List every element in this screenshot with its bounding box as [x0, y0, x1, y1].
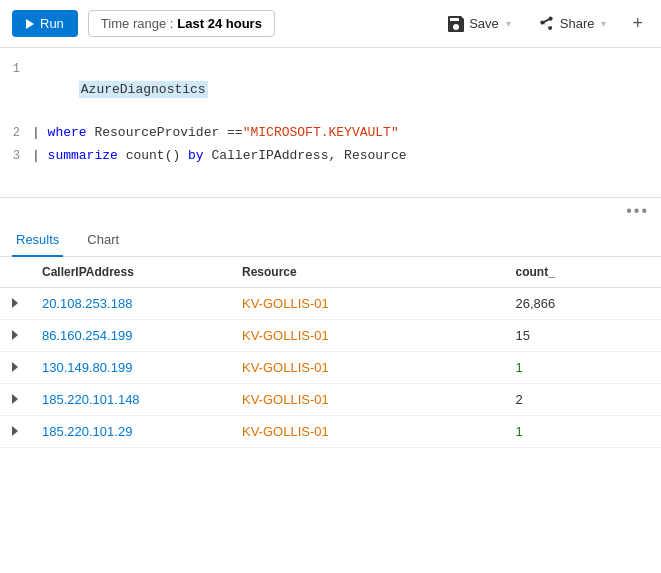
- chevron-right-icon: [12, 298, 18, 308]
- code-line-2: 2 | where ResourceProvider =="MICROSOFT.…: [0, 122, 661, 145]
- tab-results[interactable]: Results: [12, 222, 63, 257]
- resource-cell: KV-GOLLIS-01: [230, 416, 503, 448]
- code-editor[interactable]: 1 AzureDiagnostics 2 | where ResourcePro…: [0, 48, 661, 198]
- plus-icon: +: [632, 13, 643, 33]
- expand-cell[interactable]: [0, 352, 30, 384]
- chevron-right-icon: [12, 426, 18, 436]
- table-row: 185.220.101.148KV-GOLLIS-012: [0, 384, 661, 416]
- ip-cell: 130.149.80.199: [30, 352, 230, 384]
- col-header-count: count_: [503, 257, 661, 288]
- count-cell: 1: [503, 416, 661, 448]
- results-panel: Results Chart CallerIPAddress Resource c…: [0, 222, 661, 448]
- run-button[interactable]: Run: [12, 10, 78, 37]
- tab-chart[interactable]: Chart: [83, 222, 123, 257]
- count-cell: 1: [503, 352, 661, 384]
- run-label: Run: [40, 16, 64, 31]
- table-row: 185.220.101.29KV-GOLLIS-011: [0, 416, 661, 448]
- expand-cell[interactable]: [0, 416, 30, 448]
- resource-cell: KV-GOLLIS-01: [230, 288, 503, 320]
- table-row: 20.108.253.188KV-GOLLIS-0126,866: [0, 288, 661, 320]
- ellipsis-row: •••: [0, 198, 661, 222]
- resource-cell: KV-GOLLIS-01: [230, 352, 503, 384]
- share-button[interactable]: Share ▾: [531, 11, 617, 37]
- share-label: Share: [560, 16, 595, 31]
- chevron-right-icon: [12, 362, 18, 372]
- expand-cell[interactable]: [0, 288, 30, 320]
- ellipsis-icon: •••: [626, 202, 649, 220]
- line-num-2: 2: [0, 124, 32, 143]
- save-label: Save: [469, 16, 499, 31]
- line-content-1: AzureDiagnostics: [32, 59, 208, 121]
- ip-cell: 20.108.253.188: [30, 288, 230, 320]
- save-button[interactable]: Save ▾: [440, 11, 521, 37]
- chevron-right-icon: [12, 394, 18, 404]
- count-cell: 2: [503, 384, 661, 416]
- table-row: 130.149.80.199KV-GOLLIS-011: [0, 352, 661, 384]
- resource-cell: KV-GOLLIS-01: [230, 384, 503, 416]
- code-line-3: 3 | summarize count() by CallerIPAddress…: [0, 145, 661, 168]
- tabs-row: Results Chart: [0, 222, 661, 257]
- table-row: 86.160.254.199KV-GOLLIS-0115: [0, 320, 661, 352]
- line-content-2: | where ResourceProvider =="MICROSOFT.KE…: [32, 123, 399, 144]
- time-range-prefix: Time range :: [101, 16, 174, 31]
- save-chevron: ▾: [506, 18, 511, 29]
- expand-cell[interactable]: [0, 320, 30, 352]
- ip-cell: 185.220.101.29: [30, 416, 230, 448]
- chevron-right-icon: [12, 330, 18, 340]
- count-cell: 15: [503, 320, 661, 352]
- count-cell: 26,866: [503, 288, 661, 320]
- play-icon: [26, 19, 34, 29]
- results-table: CallerIPAddress Resource count_ 20.108.2…: [0, 257, 661, 448]
- expand-cell[interactable]: [0, 384, 30, 416]
- add-button[interactable]: +: [626, 11, 649, 36]
- time-range-value: Last 24 hours: [177, 16, 262, 31]
- share-chevron: ▾: [601, 18, 606, 29]
- col-header-ip: CallerIPAddress: [30, 257, 230, 288]
- line-num-3: 3: [0, 147, 32, 166]
- save-icon: [448, 16, 464, 32]
- share-icon: [539, 16, 555, 32]
- resource-cell: KV-GOLLIS-01: [230, 320, 503, 352]
- line-num-1: 1: [0, 60, 32, 79]
- toolbar: Run Time range : Last 24 hours Save ▾ Sh…: [0, 0, 661, 48]
- ip-cell: 185.220.101.148: [30, 384, 230, 416]
- expand-col-header: [0, 257, 30, 288]
- table-header-row: CallerIPAddress Resource count_: [0, 257, 661, 288]
- col-header-resource: Resource: [230, 257, 503, 288]
- time-range-button[interactable]: Time range : Last 24 hours: [88, 10, 275, 37]
- line-content-3: | summarize count() by CallerIPAddress, …: [32, 146, 407, 167]
- ip-cell: 86.160.254.199: [30, 320, 230, 352]
- code-line-1: 1 AzureDiagnostics: [0, 58, 661, 122]
